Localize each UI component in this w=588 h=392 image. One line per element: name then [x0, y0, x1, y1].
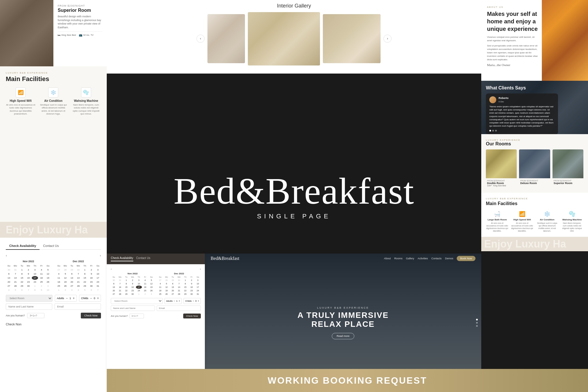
room-thumb-3[interactable]: FROM $230/NIGHT Superior Room [553, 149, 583, 188]
bfp-cal-prev[interactable]: ‹ [111, 268, 112, 271]
bfp-d[interactable]: 9 [130, 282, 136, 285]
room-thumb-2[interactable]: FROM $230/NIGHT Deluxe Room [519, 149, 550, 188]
bfp-check-button[interactable]: Check Now [183, 314, 201, 318]
cal-day[interactable]: 28 [62, 268, 69, 272]
bfp-adults-minus[interactable]: − [174, 300, 175, 302]
cal-day[interactable]: 1 [56, 288, 62, 292]
cal-day[interactable]: 14 [12, 276, 19, 280]
cal-day[interactable]: 29 [69, 268, 75, 272]
bfp-d[interactable]: 26 [148, 289, 154, 292]
bfp-d[interactable]: 12 [148, 282, 154, 285]
cal-day[interactable]: 22 [19, 280, 25, 284]
bfp-d[interactable]: 5 [148, 279, 154, 282]
captcha-input[interactable] [27, 313, 44, 318]
bfp-d[interactable]: 18 [157, 289, 163, 292]
gallery-next-arrow[interactable]: › [383, 35, 392, 43]
cal-day[interactable]: 7 [75, 272, 82, 276]
cal-day-today[interactable]: 17 [32, 276, 38, 280]
scroll-dot-2[interactable] [476, 322, 478, 324]
cal-day[interactable]: 27 [69, 284, 75, 288]
cal-day[interactable]: 2 [25, 268, 32, 272]
cal-day[interactable]: 4 [6, 288, 12, 292]
name-input[interactable] [6, 303, 52, 310]
cal-day[interactable]: 29 [82, 284, 88, 288]
cal-day[interactable]: 20 [69, 280, 75, 284]
cal-day[interactable]: 19 [45, 276, 51, 280]
cal-day[interactable]: 8 [32, 288, 38, 292]
bfp-d[interactable]: 20 [111, 289, 117, 292]
bfp-d[interactable]: 2 [189, 279, 195, 282]
bfp-d[interactable]: 3 [136, 279, 142, 282]
bfp-d[interactable]: 28 [117, 292, 123, 296]
cal-day[interactable]: 2 [38, 284, 45, 288]
childs-minus-btn[interactable]: − [90, 296, 92, 300]
dot-1[interactable] [489, 130, 491, 132]
bfp-d[interactable]: 8 [123, 282, 129, 285]
bfp-d[interactable]: 31 [195, 292, 201, 296]
cal-day[interactable]: 14 [75, 276, 82, 280]
cal-day[interactable]: 31 [12, 268, 19, 272]
cal-day[interactable]: 25 [38, 280, 45, 284]
bfp-d[interactable]: 14 [117, 286, 123, 289]
cal-day[interactable]: 24 [32, 280, 38, 284]
bfp-d[interactable]: 18 [142, 286, 148, 289]
cal-day[interactable]: 26 [62, 284, 69, 288]
bfp-email-input[interactable] [157, 305, 201, 311]
bfp-d[interactable]: 1 [182, 279, 188, 282]
cal-day[interactable]: 7 [95, 288, 101, 292]
cal-day[interactable]: 19 [62, 280, 69, 284]
bfp-childs-plus[interactable]: + [198, 300, 199, 302]
site-read-more-button[interactable]: Read more [332, 333, 355, 339]
bfp-d[interactable]: 19 [164, 289, 170, 292]
bfp-d[interactable]: 29 [123, 292, 129, 296]
bfp-captcha-input[interactable] [130, 314, 144, 318]
cal-day[interactable]: 3 [45, 284, 51, 288]
bfp-d[interactable]: 10 [136, 282, 142, 285]
cal-day[interactable]: 10 [45, 288, 51, 292]
cal-day[interactable]: 21 [12, 280, 19, 284]
cal-day[interactable]: 25 [56, 284, 62, 288]
cal-day[interactable]: 15 [19, 276, 25, 280]
bfp-tab-availability[interactable]: Check Availability [111, 256, 133, 261]
nav-contacts[interactable]: Contacts [431, 257, 442, 260]
cal-day[interactable]: 9 [25, 272, 32, 276]
cal-day[interactable]: 11 [38, 272, 45, 276]
cal-day[interactable]: 30 [75, 268, 82, 272]
bfp-room-select[interactable]: Select Room [111, 298, 163, 304]
cal-day[interactable]: 9 [88, 272, 95, 276]
bfp-d[interactable]: 15 [123, 286, 129, 289]
cal-day[interactable]: 31 [95, 284, 101, 288]
cal-prev-arrow[interactable]: ‹ [6, 253, 7, 258]
bfp-d[interactable]: 21 [117, 289, 123, 292]
email-input[interactable] [55, 303, 101, 310]
bfp-d[interactable]: 7 [176, 282, 182, 285]
bfp-d[interactable]: 28 [164, 279, 170, 282]
bfp-d[interactable]: 12 [164, 286, 170, 289]
bfp-d[interactable]: 24 [195, 289, 201, 292]
bfp-d[interactable]: 22 [123, 289, 129, 292]
bfp-d[interactable]: 30 [176, 279, 182, 282]
cal-day[interactable]: 4 [38, 268, 45, 272]
childs-plus-btn[interactable]: + [97, 296, 99, 300]
cal-day[interactable]: 5 [82, 288, 88, 292]
bfp-d[interactable]: 16 [189, 286, 195, 289]
bfp-d[interactable]: 9 [189, 282, 195, 285]
bfp-d[interactable]: 4 [142, 279, 148, 282]
cal-day[interactable]: 8 [82, 272, 88, 276]
nav-about[interactable]: About [384, 257, 391, 260]
bfp-d[interactable]: 22 [182, 289, 188, 292]
bfp-d-today[interactable]: 17 [136, 286, 142, 289]
bfp-d[interactable]: 1 [123, 279, 129, 282]
nav-rooms[interactable]: Rooms [394, 257, 402, 260]
cal-day[interactable]: 28 [12, 284, 19, 288]
cal-day[interactable]: 6 [6, 272, 12, 276]
cal-day[interactable]: 21 [75, 280, 82, 284]
bfp-d[interactable]: 17 [195, 286, 201, 289]
cal-day[interactable]: 3 [95, 268, 101, 272]
bfp-d[interactable]: 27 [170, 292, 176, 296]
bfp-d[interactable]: 23 [130, 289, 136, 292]
cal-day[interactable]: 2 [62, 288, 69, 292]
cal-day[interactable]: 12 [45, 272, 51, 276]
tab-contact-us[interactable]: Contact Us [40, 242, 62, 249]
bfp-d[interactable]: 11 [142, 282, 148, 285]
